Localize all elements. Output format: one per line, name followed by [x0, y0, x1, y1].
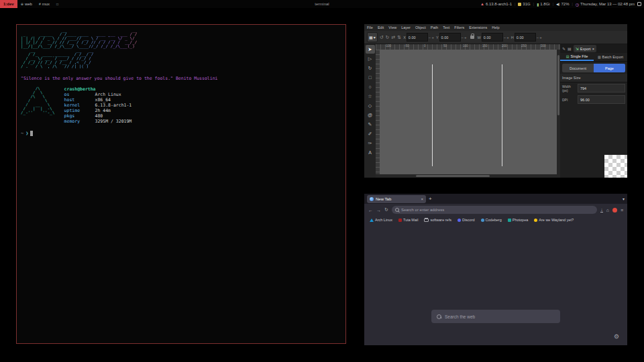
- page-button[interactable]: Page: [594, 64, 625, 72]
- scrollbar-thumb[interactable]: [557, 55, 559, 115]
- bookmark-tuta-mail[interactable]: Tuta Mail: [398, 218, 418, 222]
- bookmark-folder-software-refs[interactable]: software refs: [424, 218, 451, 222]
- menu-button[interactable]: ≡: [621, 208, 623, 213]
- dpi-input[interactable]: 96.00: [578, 95, 625, 104]
- x-field: X 0.00 − +: [403, 33, 434, 42]
- workspace-dev[interactable]: 1:dev: [0, 0, 17, 8]
- export-tab[interactable]: ⇲ Export ×: [574, 45, 596, 52]
- selection-mode-button[interactable]: ▦▾: [367, 32, 378, 42]
- workspace-empty[interactable]: □: [53, 0, 62, 8]
- increment-button[interactable]: +: [506, 36, 509, 40]
- menu-object[interactable]: Object: [415, 25, 426, 29]
- horizontal-scrollbar[interactable]: [376, 174, 560, 178]
- home-button[interactable]: ⌂: [606, 208, 609, 213]
- datetime: Thursday, Mar 13 — 02:48 pm: [580, 2, 635, 6]
- personalize-gear-icon[interactable]: ⚙: [614, 333, 619, 340]
- calligraphy-tool[interactable]: ✑: [366, 139, 375, 147]
- selector-tool[interactable]: ➤: [366, 45, 375, 54]
- bookmark-arch-linux[interactable]: Arch Linux: [370, 218, 392, 222]
- menu-view[interactable]: View: [388, 25, 396, 29]
- menu-help[interactable]: Help: [492, 25, 499, 29]
- h-input[interactable]: 0.00: [515, 33, 536, 42]
- batch-export-tab[interactable]: ▥ Batch Export: [594, 53, 627, 61]
- bookmark-are-we-wayland-yet[interactable]: Are we Wayland yet?: [534, 218, 574, 222]
- menu-file[interactable]: File: [367, 25, 373, 29]
- extension-icon[interactable]: [612, 208, 617, 213]
- flip-horizontal-icon[interactable]: ⇄: [391, 35, 395, 40]
- close-icon[interactable]: ×: [592, 47, 594, 51]
- rectangle-tool[interactable]: □: [366, 73, 375, 82]
- new-tab-button[interactable]: +: [429, 196, 432, 202]
- tab-list-chevron-icon[interactable]: ▾: [623, 196, 625, 201]
- bookmark-label: Tuta Mail: [403, 218, 418, 222]
- forward-button[interactable]: →: [376, 208, 381, 213]
- ellipse-tool[interactable]: ○: [366, 82, 375, 91]
- speaker-icon: ◀): [556, 2, 560, 6]
- menu-filters[interactable]: Filters: [454, 25, 464, 29]
- y-input[interactable]: 0.00: [439, 33, 461, 42]
- x-input[interactable]: 0.00: [407, 33, 428, 42]
- menu-layer[interactable]: Layer: [401, 25, 411, 29]
- width-input[interactable]: 794: [578, 84, 625, 93]
- increment-button[interactable]: +: [539, 36, 542, 40]
- fetch-value: x86_64: [95, 97, 111, 103]
- w-label: W: [478, 36, 481, 40]
- menu-extensions[interactable]: Extensions: [469, 25, 487, 29]
- pen-tool[interactable]: ✐: [366, 129, 375, 138]
- lock-ratio-icon[interactable]: [470, 36, 474, 39]
- bookmark-codeberg[interactable]: Codeberg: [481, 218, 502, 222]
- clock-module: ◷ Thursday, Mar 13 — 02:48 pm: [576, 2, 635, 7]
- scrollbar-thumb[interactable]: [416, 175, 490, 177]
- bookmark-photopea[interactable]: Photopea: [508, 218, 529, 222]
- menu-edit[interactable]: Edit: [378, 25, 384, 29]
- document-button[interactable]: Document: [562, 64, 594, 72]
- node-editor-tool[interactable]: ▷: [366, 54, 375, 63]
- decrement-button[interactable]: −: [537, 36, 539, 40]
- browser-window[interactable]: New Tab × + ▾ ← → ↻ Search or enter addr…: [364, 194, 627, 345]
- fetch-label: os: [64, 92, 93, 97]
- menu-text[interactable]: Text: [443, 25, 449, 29]
- shell-prompt[interactable]: ~ ❯: [21, 131, 341, 136]
- codeberg-icon: [481, 219, 484, 222]
- workspace-web[interactable]: ⊕ web: [17, 0, 36, 8]
- close-tab-icon[interactable]: ×: [421, 197, 423, 201]
- terminal-window[interactable]: __ __ _ _____ / /____ ____ ____ ___ ___ …: [16, 24, 346, 344]
- bookmark-discord[interactable]: Discord: [458, 218, 475, 222]
- fetch-value: Arch Linux: [95, 92, 121, 97]
- box3d-tool[interactable]: ◇: [366, 101, 375, 110]
- increment-button[interactable]: +: [431, 36, 434, 40]
- url-placeholder: Search or enter address: [401, 208, 444, 212]
- single-file-tab[interactable]: ▤ Single File: [560, 53, 594, 61]
- rotate-ccw-icon[interactable]: ↺: [380, 35, 384, 40]
- memory-usage: 1.8Gi: [540, 2, 549, 6]
- w-input[interactable]: 0.00: [482, 33, 503, 42]
- decrement-button[interactable]: −: [429, 36, 431, 40]
- tray-icon[interactable]: [637, 2, 641, 6]
- url-bar[interactable]: Search or enter address: [392, 206, 597, 214]
- workspace-mux[interactable]: # mux: [36, 0, 53, 8]
- swatches-icon[interactable]: ▤: [568, 46, 572, 51]
- fetch-row: host x86_64: [64, 97, 132, 103]
- inkscape-window[interactable]: File Edit View Layer Object Path Text Fi…: [364, 24, 627, 177]
- edit-icon[interactable]: ✎: [562, 46, 566, 51]
- menu-path[interactable]: Path: [431, 25, 438, 29]
- photopea-icon: [508, 219, 511, 222]
- flip-vertical-icon[interactable]: ⇅: [397, 35, 401, 40]
- canvas[interactable]: [380, 50, 557, 174]
- shape-builder-tool[interactable]: ↻: [366, 64, 375, 72]
- back-button[interactable]: ←: [368, 208, 373, 213]
- active-tab[interactable]: New Tab ×: [367, 195, 426, 203]
- volume-module[interactable]: ◀) 72%: [556, 2, 570, 6]
- pencil-tool[interactable]: ✎: [366, 120, 375, 129]
- increment-button[interactable]: +: [464, 36, 467, 40]
- decrement-button[interactable]: −: [462, 36, 464, 40]
- text-tool[interactable]: A: [366, 148, 375, 157]
- web-search-box[interactable]: Search the web: [431, 310, 560, 323]
- star-tool[interactable]: ☆: [366, 92, 375, 101]
- reload-button[interactable]: ↻: [384, 207, 388, 213]
- rotate-cw-icon[interactable]: ↻: [386, 35, 390, 40]
- vertical-scrollbar[interactable]: [557, 50, 560, 174]
- decrement-button[interactable]: −: [504, 36, 506, 40]
- spiral-tool[interactable]: @: [366, 111, 375, 119]
- downloads-button[interactable]: ↓: [600, 208, 603, 213]
